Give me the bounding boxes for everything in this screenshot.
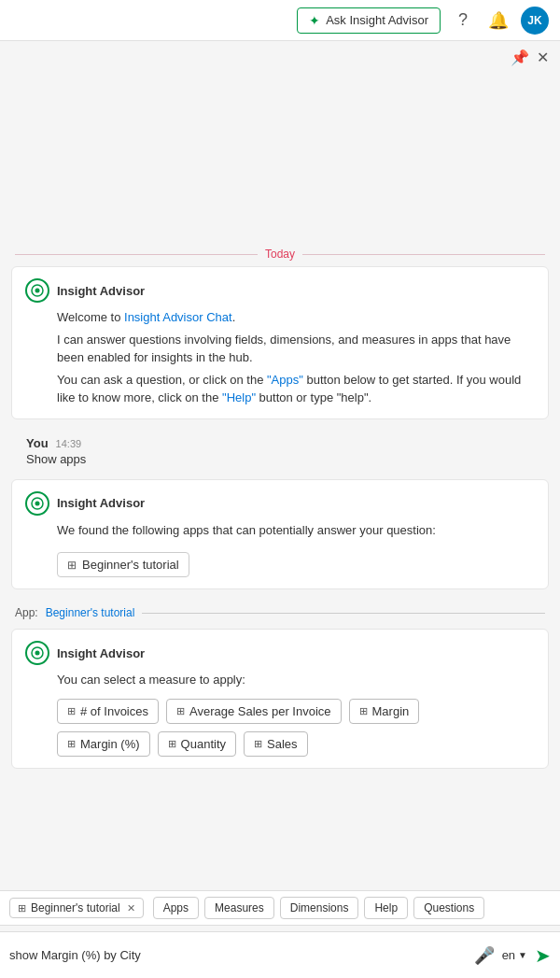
apps-link-text[interactable]: "Apps" <box>267 373 303 387</box>
user-text: Show apps <box>26 452 534 466</box>
measure-avg-label: Average Sales per Invoice <box>189 704 331 718</box>
bell-icon: 🔔 <box>488 10 509 31</box>
insight-advisor-chat-link[interactable]: Insight Advisor Chat <box>124 310 232 324</box>
app-divider: App: Beginner's tutorial <box>0 601 560 625</box>
ia-sender-apps: Insight Advisor <box>57 496 145 510</box>
tab-dimensions[interactable]: Dimensions <box>280 897 359 919</box>
msg-header-apps: Insight Advisor <box>25 491 535 516</box>
grid-icon: ⊞ <box>67 559 77 572</box>
welcome-line1: Welcome to Insight Advisor Chat. <box>57 308 535 327</box>
message-block-measure: Insight Advisor You can select a measure… <box>11 629 549 769</box>
chat-input[interactable] <box>9 948 467 962</box>
svg-point-1 <box>35 289 40 293</box>
table-icon-margin-pct: ⊞ <box>67 738 76 750</box>
bottom-tabs-bar: ⊞ Beginner's tutorial ✕ Apps Measures Di… <box>0 890 560 926</box>
msg-header-measure: Insight Advisor <box>25 641 535 665</box>
input-bar: 🎤 en ▼ ➤ <box>0 931 560 978</box>
chevron-down-icon: ▼ <box>518 950 527 960</box>
mic-icon: 🎤 <box>474 946 495 965</box>
measure-margin-pct-button[interactable]: ⊞ Margin (%) <box>57 731 150 757</box>
close-button[interactable]: ✕ <box>537 49 549 66</box>
user-message: You 14:39 Show apps <box>11 427 549 475</box>
user-time: 14:39 <box>56 438 82 449</box>
measure-quantity-label: Quantity <box>181 737 226 751</box>
msg-header: Insight Advisor <box>25 278 535 303</box>
apps-line: We found the following apps that can pot… <box>57 521 535 540</box>
app-tag-label: Beginner's tutorial <box>31 901 120 914</box>
help-icon-button[interactable]: ? <box>450 7 476 34</box>
measure-buttons-row1: ⊞ # of Invoices ⊞ Average Sales per Invo… <box>57 699 535 724</box>
pin-icon: 📌 <box>511 49 529 66</box>
table-icon-quantity: ⊞ <box>168 738 176 750</box>
ia-icon-measure <box>25 641 49 665</box>
ask-insight-label: Ask Insight Advisor <box>326 13 428 27</box>
help-icon: ? <box>458 10 468 30</box>
table-icon-sales: ⊞ <box>254 738 262 750</box>
message-block-apps: Insight Advisor We found the following a… <box>11 479 549 590</box>
measure-invoices-button[interactable]: ⊞ # of Invoices <box>57 699 159 724</box>
app-button-label: Beginner's tutorial <box>82 558 179 572</box>
app-tag-close[interactable]: ✕ <box>127 902 135 914</box>
svg-point-3 <box>35 501 40 505</box>
user-meta: You 14:39 <box>26 436 534 450</box>
today-divider: Today <box>0 242 560 266</box>
measure-avg-sales-button[interactable]: ⊞ Average Sales per Invoice <box>166 699 342 724</box>
measure-invoices-label: # of Invoices <box>80 704 148 718</box>
table-icon-margin: ⊞ <box>359 705 368 717</box>
pin-button[interactable]: 📌 <box>511 49 529 66</box>
avatar[interactable]: JK <box>521 7 549 35</box>
ia-sender-welcome: Insight Advisor <box>57 284 145 298</box>
measure-buttons-row2: ⊞ Margin (%) ⊞ Quantity ⊞ Sales <box>57 731 535 757</box>
ask-insight-button[interactable]: ✦ Ask Insight Advisor <box>297 7 441 34</box>
spark-icon: ✦ <box>309 13 320 28</box>
app-tag-icon: ⊞ <box>18 902 26 914</box>
welcome-line2: I can answer questions involving fields,… <box>57 331 535 367</box>
measure-margin-pct-label: Margin (%) <box>80 737 140 751</box>
help-link-text[interactable]: "Help" <box>222 390 256 404</box>
tab-apps[interactable]: Apps <box>153 897 199 919</box>
app-divider-link[interactable]: Beginner's tutorial <box>46 606 135 619</box>
mic-button[interactable]: 🎤 <box>474 945 495 966</box>
measure-sales-label: Sales <box>267 737 298 751</box>
ia-icon <box>25 278 49 303</box>
user-name: You <box>26 436 49 450</box>
table-icon-avg: ⊞ <box>176 705 185 717</box>
msg-body-welcome: Welcome to Insight Advisor Chat. I can a… <box>25 308 535 407</box>
app-tag: ⊞ Beginner's tutorial ✕ <box>9 898 144 918</box>
tab-help[interactable]: Help <box>364 897 408 919</box>
svg-point-5 <box>35 651 40 656</box>
measure-sales-button[interactable]: ⊞ Sales <box>244 731 308 757</box>
measure-quantity-button[interactable]: ⊞ Quantity <box>158 731 236 757</box>
tab-questions[interactable]: Questions <box>413 897 484 919</box>
send-button[interactable]: ➤ <box>535 944 551 967</box>
ia-icon-apps <box>25 491 49 516</box>
chat-messages: Insight Advisor Welcome to Insight Advis… <box>0 266 560 597</box>
notifications-icon-button[interactable]: 🔔 <box>485 7 511 34</box>
panel-controls: 📌 ✕ <box>0 41 560 74</box>
chat-messages-2: Insight Advisor You can select a measure… <box>0 629 560 776</box>
app-button-container: ⊞ Beginner's tutorial <box>57 546 535 577</box>
language-selector[interactable]: en ▼ <box>502 948 527 962</box>
message-block-welcome: Insight Advisor Welcome to Insight Advis… <box>11 266 549 419</box>
measure-prompt: You can select a measure to apply: <box>57 671 535 689</box>
beginners-tutorial-button[interactable]: ⊞ Beginner's tutorial <box>57 552 189 577</box>
tab-measures[interactable]: Measures <box>204 897 274 919</box>
app-prefix: App: <box>15 606 38 619</box>
close-icon: ✕ <box>537 49 549 66</box>
msg-body-measure: You can select a measure to apply: ⊞ # o… <box>25 671 535 757</box>
top-bar: ✦ Ask Insight Advisor ? 🔔 JK <box>0 0 560 41</box>
welcome-line3: You can ask a question, or click on the … <box>57 371 535 407</box>
msg-body-apps: We found the following apps that can pot… <box>25 521 535 578</box>
lang-label: en <box>502 948 515 962</box>
ia-sender-measure: Insight Advisor <box>57 646 145 660</box>
measure-margin-button[interactable]: ⊞ Margin <box>349 699 420 724</box>
measure-margin-label: Margin <box>372 704 410 718</box>
send-icon: ➤ <box>535 944 551 967</box>
chat-spacer <box>0 74 560 242</box>
table-icon-invoices: ⊞ <box>67 705 76 717</box>
